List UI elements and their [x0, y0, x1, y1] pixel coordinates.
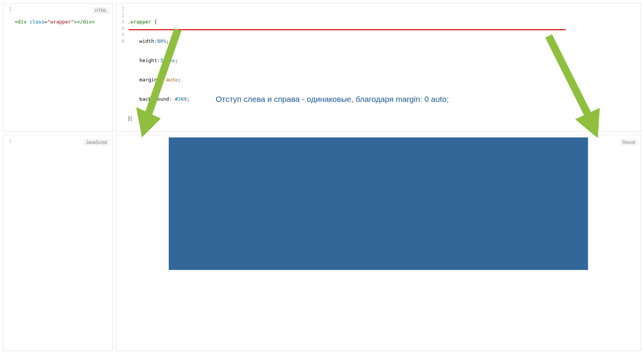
line-number: 1: [3, 137, 12, 144]
panel-label-html: HTML: [92, 7, 109, 14]
code-line: .wrapper {: [128, 19, 641, 25]
line-number: 6: [116, 38, 124, 44]
css-gutter: 1 2 3 4 5 6: [116, 3, 128, 131]
text-cursor: [131, 116, 131, 122]
panel-label-js: JavaScript: [84, 139, 109, 146]
js-code-area[interactable]: [15, 135, 112, 351]
annotation-arrow-left-icon: [134, 28, 187, 139]
line-number: 4: [116, 25, 124, 31]
line-number: 3: [116, 19, 124, 25]
result-panel: Result: [116, 135, 641, 351]
html-gutter: 1: [3, 3, 15, 131]
html-code-area[interactable]: <div class="wrapper"></div>: [15, 3, 112, 131]
html-editor-panel[interactable]: HTML 1 <div class="wrapper"></div>: [3, 3, 113, 132]
line-number: 5: [116, 31, 124, 38]
js-editor[interactable]: 1: [3, 135, 112, 351]
line-number: 1: [3, 6, 12, 12]
panel-label-result: Result: [620, 139, 638, 146]
code-line: <div class="wrapper"></div>: [15, 19, 112, 25]
html-editor[interactable]: 1 <div class="wrapper"></div>: [3, 3, 112, 131]
js-gutter: 1: [3, 135, 15, 351]
js-editor-panel[interactable]: JavaScript 1: [3, 135, 113, 351]
line-number: 2: [116, 12, 124, 19]
result-viewport: [116, 135, 641, 351]
result-wrapper-div: [169, 137, 588, 270]
annotation-underline: [129, 29, 566, 30]
annotation-arrow-right-icon: [543, 34, 604, 140]
line-number: 1: [116, 6, 124, 12]
annotation-text: Отступ слева и справа - одинаковые, благ…: [216, 95, 449, 104]
